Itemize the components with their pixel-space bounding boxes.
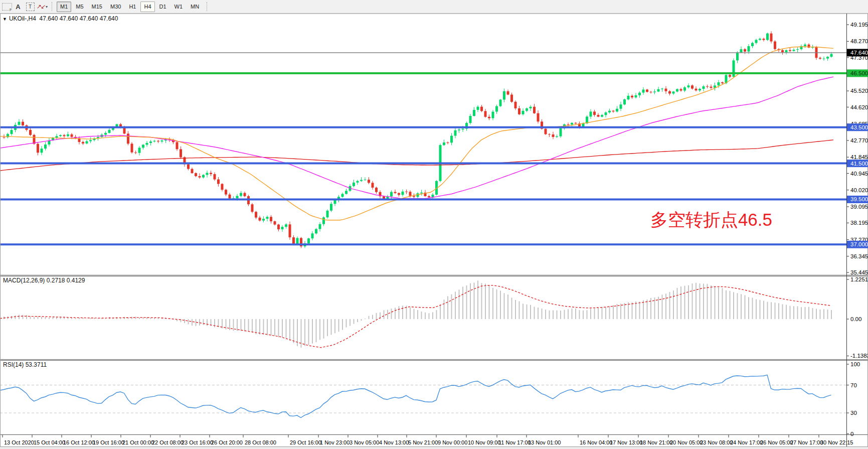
timeframe-button-m5[interactable]: M5 xyxy=(72,2,87,12)
price-tick-label: 39.095 xyxy=(850,204,868,210)
time-tick-label: 27 Nov 17:00 xyxy=(790,439,823,445)
macd-tick-label: -1.1383 xyxy=(850,353,868,359)
price-tick-label: 45.520 xyxy=(850,88,868,94)
price-tag-37.000: 37.000 xyxy=(847,241,868,248)
timeframe-button-m30[interactable]: M30 xyxy=(107,2,124,12)
time-tick-label: 5 Nov 21:00 xyxy=(408,439,438,445)
draw-arrows-icon[interactable]: ↗↙ ▾ xyxy=(36,2,48,12)
svg-text:37.000: 37.000 xyxy=(850,241,868,247)
ma-slow-red-line xyxy=(0,140,833,171)
time-tick-label: 29 Oct 16:00 xyxy=(290,439,321,445)
dropdown-caret-icon[interactable]: ▾ xyxy=(46,5,48,9)
time-tick-label: 24 Nov 17:00 xyxy=(730,439,763,445)
time-axis[interactable]: 13 Oct 202015 Oct 04:0016 Oct 12:0019 Oc… xyxy=(3,435,853,445)
price-axis[interactable]: 49.19548.27047.37045.52044.62043.68542.7… xyxy=(846,22,868,437)
time-tick-label: 17 Nov 13:00 xyxy=(610,439,642,445)
rsi-panel[interactable] xyxy=(0,375,846,417)
price-tick-label: 35.445 xyxy=(850,269,868,275)
text-label-icon[interactable]: A xyxy=(12,2,24,12)
annotation-text[interactable]: 多空转折点46.5 xyxy=(650,211,772,229)
panel-borders xyxy=(0,14,868,449)
svg-text:43.500: 43.500 xyxy=(850,124,868,130)
macd-tick-label: 0.00 xyxy=(850,316,861,322)
timeframe-button-d1[interactable]: D1 xyxy=(156,2,170,12)
rsi-tick-label: 100 xyxy=(850,361,860,367)
time-tick-label: 26 Oct 20:00 xyxy=(211,439,243,445)
time-tick-label: 10 Nov 09:00 xyxy=(468,439,500,445)
timeframe-button-w1[interactable]: W1 xyxy=(171,2,187,12)
trading-terminal: F A T ↗↙ ▾ M1M5M15M30H1H4D1W1MN 49.19548… xyxy=(0,0,868,449)
timeframe-button-h4[interactable]: H4 xyxy=(140,2,154,12)
timeframe-button-mn[interactable]: MN xyxy=(187,2,203,12)
timeframe-button-m15[interactable]: M15 xyxy=(88,2,106,12)
symbol-marker-icon[interactable]: ▼ xyxy=(3,17,7,22)
price-tag-43.500: 43.500 xyxy=(847,123,868,131)
timeframe-button-group: M1M5M15M30H1H4D1W1MN xyxy=(56,2,203,12)
time-tick-label: 20 Nov 05:00 xyxy=(670,439,703,445)
grid-glyph: F xyxy=(2,3,12,11)
macd-indicator-label: MACD(12,26,9) 0.2718 0.4129 xyxy=(3,277,85,284)
time-tick-label: 16 Oct 12:00 xyxy=(63,439,95,445)
time-tick-label: 15 Oct 04:00 xyxy=(34,439,65,445)
rsi-line xyxy=(0,375,831,417)
price-tick-label: 40.945 xyxy=(850,171,868,177)
price-tick-label: 49.195 xyxy=(850,22,868,28)
toolbar-separator xyxy=(207,2,208,11)
macd-signal-line xyxy=(0,285,830,348)
svg-text:39.500: 39.500 xyxy=(850,196,868,202)
price-tag-47.640: 47.640 xyxy=(847,49,868,57)
svg-text:41.500: 41.500 xyxy=(850,161,868,167)
price-tick-label: 36.345 xyxy=(850,253,868,259)
time-tick-label: 21 Oct 00:00 xyxy=(122,439,154,445)
time-tick-label: 18 Nov 21:00 xyxy=(640,439,672,445)
time-tick-label: 13 Oct 2020 xyxy=(4,439,34,445)
time-tick-label: 4 Nov 13:00 xyxy=(379,439,409,445)
arrows-glyph: ↗↙ xyxy=(37,3,45,10)
time-tick-label: 30 Nov 22:15 xyxy=(820,439,853,445)
rsi-tick-label: 70 xyxy=(850,382,857,388)
toolbar-separator xyxy=(52,2,53,11)
text-box-glyph: T xyxy=(26,3,35,11)
time-tick-label: 19 Oct 16:00 xyxy=(93,439,124,445)
time-tick-label: 22 Oct 08:00 xyxy=(152,439,184,445)
timeframe-button-m1[interactable]: M1 xyxy=(57,2,71,12)
time-tick-label: 9 Nov 00:00 xyxy=(438,439,467,445)
macd-tick-label: 1.2251 xyxy=(850,276,868,282)
rsi-indicator-label: RSI(14) 53.3711 xyxy=(3,361,47,368)
time-tick-label: 23 Nov 08:00 xyxy=(700,439,733,445)
price-tick-label: 42.770 xyxy=(850,137,868,143)
toolbar: F A T ↗↙ ▾ M1M5M15M30H1H4D1W1MN xyxy=(0,0,868,14)
macd-panel[interactable] xyxy=(0,280,831,348)
text-box-icon[interactable]: T xyxy=(24,2,36,12)
price-tag-41.500: 41.500 xyxy=(847,160,868,167)
price-tag-46.500: 46.500 xyxy=(847,69,868,77)
ma-mid-magenta-line xyxy=(0,77,833,199)
time-tick-label: 11 Nov 17:00 xyxy=(498,439,531,445)
chart-title: ▼UKOil-,H4 47.640 47.640 47.640 47.640 xyxy=(3,15,118,22)
time-tick-label: 23 Oct 16:00 xyxy=(182,439,213,445)
time-tick-label: 16 Nov 04:00 xyxy=(580,439,612,445)
time-tick-label: 13 Nov 01:00 xyxy=(528,439,561,445)
time-tick-label: 26 Nov 05:00 xyxy=(760,439,793,445)
grid-f-label: F xyxy=(9,8,13,12)
price-tick-label: 41.845 xyxy=(850,154,868,160)
price-tick-label: 48.270 xyxy=(850,38,868,44)
time-tick-label: 1 Nov 23:00 xyxy=(320,439,350,445)
price-tick-label: 38.195 xyxy=(850,220,868,226)
price-tick-label: 44.620 xyxy=(850,104,868,110)
time-tick-label: 3 Nov 05:00 xyxy=(350,439,379,445)
svg-text:47.640: 47.640 xyxy=(850,50,868,56)
price-tick-label: 40.020 xyxy=(850,187,868,193)
chart-templates-grid-icon[interactable]: F xyxy=(0,2,12,12)
rsi-tick-label: 30 xyxy=(850,410,857,416)
svg-text:46.500: 46.500 xyxy=(850,70,868,76)
symbol-ohlc-text: UKOil-,H4 47.640 47.640 47.640 47.640 xyxy=(9,15,118,22)
rsi-tick-label: 0 xyxy=(850,431,853,437)
time-tick-label: 28 Oct 08:00 xyxy=(245,439,276,445)
price-tag-39.500: 39.500 xyxy=(847,196,868,203)
timeframe-button-h1[interactable]: H1 xyxy=(125,2,139,12)
